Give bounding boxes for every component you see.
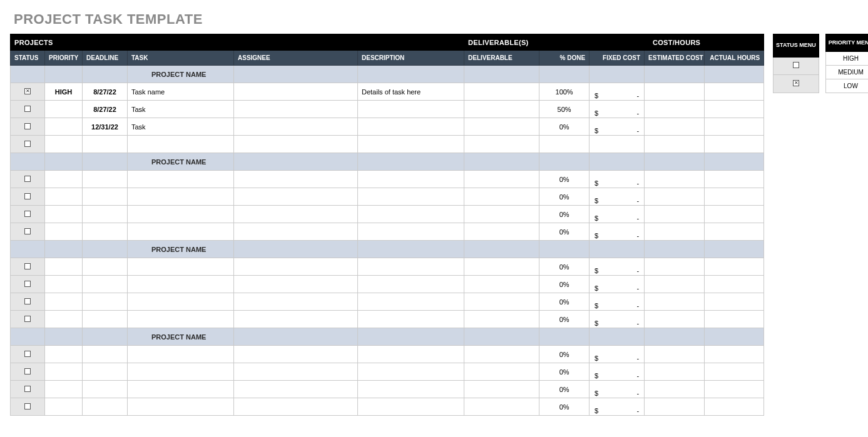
percent-done-cell[interactable]: 0% <box>539 206 590 223</box>
priority-cell[interactable] <box>45 276 83 293</box>
fixed-cost-cell[interactable]: $- <box>590 118 645 136</box>
estimated-cost-cell[interactable] <box>645 118 705 136</box>
deadline-cell[interactable] <box>83 136 128 153</box>
deadline-cell[interactable] <box>83 171 128 188</box>
percent-done-cell[interactable]: 0% <box>539 171 590 188</box>
description-cell[interactable] <box>358 381 464 398</box>
status-cell[interactable] <box>11 118 45 136</box>
estimated-cost-cell[interactable] <box>645 171 705 188</box>
task-cell[interactable]: Task <box>128 101 234 118</box>
percent-done-cell[interactable]: 0% <box>539 258 590 276</box>
deliverable-cell[interactable] <box>464 171 539 188</box>
status-cell[interactable] <box>11 258 45 276</box>
status-checkbox[interactable] <box>24 281 31 287</box>
task-cell[interactable] <box>128 206 234 223</box>
estimated-cost-cell[interactable] <box>645 83 705 101</box>
status-cell[interactable] <box>11 381 45 398</box>
description-cell[interactable] <box>358 223 464 241</box>
status-cell[interactable] <box>11 398 45 416</box>
priority-cell[interactable] <box>45 118 83 136</box>
status-menu-item[interactable] <box>774 57 819 75</box>
actual-hours-cell[interactable] <box>705 311 764 328</box>
priority-menu-item[interactable]: LOW <box>825 79 868 93</box>
project-name-cell[interactable]: PROJECT NAME <box>128 66 234 83</box>
status-checkbox[interactable] <box>24 123 31 129</box>
percent-done-cell[interactable]: 0% <box>539 118 590 136</box>
deadline-cell[interactable] <box>83 381 128 398</box>
actual-hours-cell[interactable] <box>705 188 764 206</box>
priority-menu-item[interactable]: HIGH <box>825 52 868 66</box>
percent-done-cell[interactable]: 100% <box>539 83 590 101</box>
estimated-cost-cell[interactable] <box>645 311 705 328</box>
priority-cell[interactable] <box>45 258 83 276</box>
description-cell[interactable] <box>358 276 464 293</box>
fixed-cost-cell[interactable]: $- <box>590 346 645 363</box>
task-cell[interactable] <box>128 188 234 206</box>
actual-hours-cell[interactable] <box>705 206 764 223</box>
status-checkbox[interactable] <box>24 106 31 112</box>
assignee-cell[interactable] <box>234 171 358 188</box>
assignee-cell[interactable] <box>234 311 358 328</box>
task-cell[interactable] <box>128 136 234 153</box>
actual-hours-cell[interactable] <box>705 346 764 363</box>
status-cell[interactable] <box>11 311 45 328</box>
estimated-cost-cell[interactable] <box>645 293 705 311</box>
deliverable-cell[interactable] <box>464 83 539 101</box>
deadline-cell[interactable] <box>83 346 128 363</box>
priority-cell[interactable] <box>45 293 83 311</box>
status-cell[interactable] <box>11 101 45 118</box>
assignee-cell[interactable] <box>234 276 358 293</box>
project-name-cell[interactable]: PROJECT NAME <box>128 328 234 346</box>
estimated-cost-cell[interactable] <box>645 223 705 241</box>
status-cell[interactable] <box>11 276 45 293</box>
actual-hours-cell[interactable] <box>705 118 764 136</box>
priority-cell[interactable] <box>45 346 83 363</box>
actual-hours-cell[interactable] <box>705 363 764 381</box>
task-cell[interactable]: Task <box>128 118 234 136</box>
assignee-cell[interactable] <box>234 83 358 101</box>
status-cell[interactable] <box>11 188 45 206</box>
status-checkbox[interactable] <box>24 193 31 199</box>
description-cell[interactable] <box>358 171 464 188</box>
actual-hours-cell[interactable] <box>705 398 764 416</box>
priority-cell[interactable] <box>45 363 83 381</box>
status-checkbox[interactable] <box>24 316 31 322</box>
status-checkbox[interactable] <box>24 211 31 217</box>
status-cell[interactable] <box>11 363 45 381</box>
estimated-cost-cell[interactable] <box>645 136 705 153</box>
priority-cell[interactable] <box>45 171 83 188</box>
description-cell[interactable]: Details of task here <box>358 83 464 101</box>
deliverable-cell[interactable] <box>464 398 539 416</box>
task-cell[interactable] <box>128 171 234 188</box>
percent-done-cell[interactable]: 0% <box>539 363 590 381</box>
task-cell[interactable]: Task name <box>128 83 234 101</box>
status-checkbox[interactable] <box>24 368 31 374</box>
status-checkbox[interactable] <box>24 351 31 357</box>
priority-cell[interactable] <box>45 136 83 153</box>
estimated-cost-cell[interactable] <box>645 188 705 206</box>
status-cell[interactable] <box>11 346 45 363</box>
status-checkbox[interactable] <box>24 403 31 409</box>
deadline-cell[interactable] <box>83 363 128 381</box>
deadline-cell[interactable] <box>83 398 128 416</box>
status-cell[interactable] <box>11 223 45 241</box>
actual-hours-cell[interactable] <box>705 83 764 101</box>
deadline-cell[interactable] <box>83 293 128 311</box>
assignee-cell[interactable] <box>234 136 358 153</box>
deliverable-cell[interactable] <box>464 381 539 398</box>
fixed-cost-cell[interactable]: $- <box>590 311 645 328</box>
task-cell[interactable] <box>128 398 234 416</box>
priority-cell[interactable] <box>45 223 83 241</box>
assignee-cell[interactable] <box>234 381 358 398</box>
actual-hours-cell[interactable] <box>705 136 764 153</box>
estimated-cost-cell[interactable] <box>645 258 705 276</box>
percent-done-cell[interactable]: 0% <box>539 398 590 416</box>
deadline-cell[interactable] <box>83 258 128 276</box>
priority-cell[interactable] <box>45 188 83 206</box>
fixed-cost-cell[interactable]: $- <box>590 101 645 118</box>
description-cell[interactable] <box>358 363 464 381</box>
deadline-cell[interactable] <box>83 276 128 293</box>
estimated-cost-cell[interactable] <box>645 206 705 223</box>
status-cell[interactable] <box>11 293 45 311</box>
description-cell[interactable] <box>358 398 464 416</box>
